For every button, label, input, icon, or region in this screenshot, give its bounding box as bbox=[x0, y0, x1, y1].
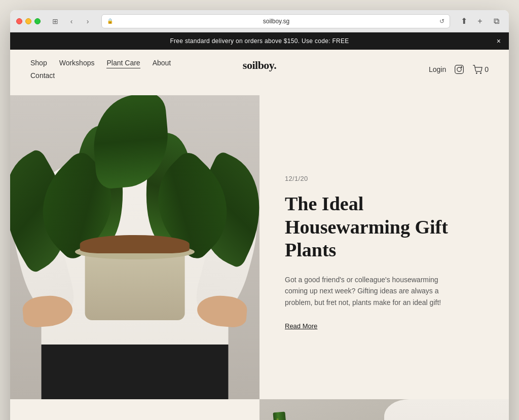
cart-button[interactable]: 0 bbox=[472, 65, 489, 74]
browser-controls: ⊞ ‹ › bbox=[49, 16, 94, 26]
new-tab-button[interactable]: + bbox=[473, 15, 487, 28]
svg-point-3 bbox=[476, 73, 477, 74]
navigation: Shop Workshops Plant Care About Contact … bbox=[10, 50, 509, 85]
site-logo[interactable]: soilboy. bbox=[243, 59, 276, 72]
arm-sleeve bbox=[384, 399, 509, 420]
blog-text-panel: 12/1/20 The Ideal Housewarming Gift Plan… bbox=[260, 95, 509, 399]
browser-window: ⊞ ‹ › 🔒 soilboy.sg ↺ ⬆ + ⧉ Free standard… bbox=[10, 10, 509, 420]
cart-count: 0 bbox=[485, 65, 489, 73]
site-wrapper: Free standard delivery on orders above $… bbox=[10, 32, 509, 420]
announcement-text: Free standard delivery on orders above $… bbox=[170, 37, 349, 45]
plant-photo bbox=[10, 95, 260, 399]
nav-plant-care[interactable]: Plant Care bbox=[106, 59, 140, 67]
login-link[interactable]: Login bbox=[429, 65, 446, 73]
svg-point-1 bbox=[457, 67, 461, 71]
announcement-close-button[interactable]: × bbox=[497, 37, 501, 45]
browser-action-buttons: ⬆ + ⧉ bbox=[457, 15, 503, 28]
blog-excerpt: Got a good friend's or colleague's house… bbox=[285, 274, 457, 308]
sidebar-toggle-button[interactable]: ⊞ bbox=[49, 16, 62, 26]
blog-bottom-right-image bbox=[260, 399, 509, 420]
minimize-button[interactable] bbox=[25, 18, 31, 24]
reload-icon[interactable]: ↺ bbox=[439, 18, 444, 25]
nav-about[interactable]: About bbox=[153, 59, 171, 67]
browser-titlebar: ⊞ ‹ › 🔒 soilboy.sg ↺ ⬆ + ⧉ bbox=[10, 10, 509, 32]
svg-point-4 bbox=[480, 73, 481, 74]
blog-title: The Ideal Housewarming Gift Plants bbox=[285, 193, 484, 262]
traffic-lights bbox=[16, 18, 41, 24]
forward-button[interactable]: › bbox=[81, 16, 94, 26]
lock-icon: 🔒 bbox=[107, 18, 113, 24]
close-button[interactable] bbox=[16, 18, 22, 24]
back-button[interactable]: ‹ bbox=[65, 16, 78, 26]
nav-workshops[interactable]: Workshops bbox=[59, 59, 95, 67]
nav-top-row: Shop Workshops Plant Care About bbox=[30, 59, 171, 67]
maximize-button[interactable] bbox=[34, 18, 41, 24]
blog-bottom-left-placeholder bbox=[10, 399, 260, 420]
nav-contact[interactable]: Contact bbox=[30, 71, 55, 80]
blog-section: 12/1/20 The Ideal Housewarming Gift Plan… bbox=[10, 95, 509, 399]
blog-date: 12/1/20 bbox=[285, 175, 484, 182]
nav-right: Login 0 bbox=[429, 64, 489, 74]
url-text: soilboy.sg bbox=[116, 18, 436, 25]
nav-secondary-row: Contact bbox=[30, 71, 171, 80]
blog-featured-image bbox=[10, 95, 260, 399]
blog-bottom-row bbox=[10, 399, 509, 420]
nav-shop[interactable]: Shop bbox=[30, 59, 47, 67]
nav-left: Shop Workshops Plant Care About Contact bbox=[30, 59, 171, 80]
read-more-link[interactable]: Read More bbox=[285, 322, 484, 330]
snake-plant-photo bbox=[260, 399, 509, 420]
tabs-button[interactable]: ⧉ bbox=[490, 15, 503, 28]
address-bar[interactable]: 🔒 soilboy.sg ↺ bbox=[101, 14, 450, 28]
share-button[interactable]: ⬆ bbox=[457, 15, 470, 28]
svg-point-2 bbox=[461, 67, 462, 68]
instagram-icon[interactable] bbox=[454, 64, 464, 74]
cart-icon bbox=[472, 65, 483, 74]
svg-rect-0 bbox=[455, 65, 464, 74]
announcement-bar: Free standard delivery on orders above $… bbox=[10, 32, 509, 50]
